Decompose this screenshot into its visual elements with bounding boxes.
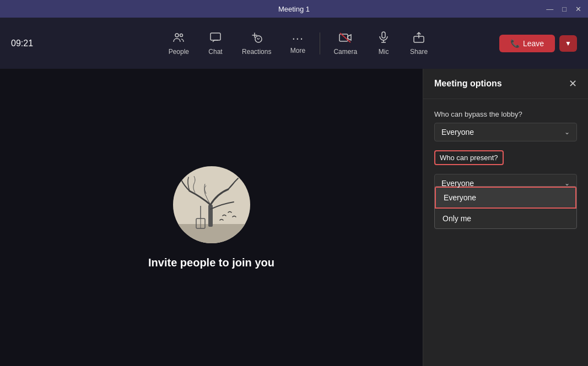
share-label: Share xyxy=(410,48,428,56)
lobby-value: Everyone xyxy=(441,128,474,136)
present-dropdown: Everyone Only me xyxy=(434,186,577,229)
share-icon xyxy=(412,31,425,46)
time-display: 09:21 xyxy=(11,39,33,48)
window-title: Meeting 1 xyxy=(278,5,310,13)
chat-icon xyxy=(209,31,222,46)
toolbar-divider xyxy=(320,32,320,54)
close-button[interactable]: ✕ xyxy=(575,5,581,13)
people-icon xyxy=(172,31,185,46)
present-question: Who can present? xyxy=(434,150,504,165)
options-title: Meeting options xyxy=(434,79,502,89)
svg-point-5 xyxy=(259,38,260,39)
leave-button[interactable]: 📞 Leave xyxy=(499,35,555,52)
reactions-icon xyxy=(250,31,263,46)
svg-rect-8 xyxy=(382,32,385,38)
more-label: More xyxy=(290,47,305,54)
dropdown-option-onlyme[interactable]: Only me xyxy=(435,209,576,228)
svg-rect-13 xyxy=(173,224,250,243)
mic-button[interactable]: Mic xyxy=(367,26,400,60)
camera-label: Camera xyxy=(333,48,357,56)
chat-label: Chat xyxy=(208,48,222,56)
toolbar-center-buttons: People Chat Reactions xyxy=(161,26,435,60)
main-area: Invite people to join you Meeting option… xyxy=(0,69,588,366)
svg-point-4 xyxy=(257,38,258,39)
chat-button[interactable]: Chat xyxy=(199,26,232,60)
leave-phone-icon: 📞 xyxy=(510,39,520,48)
toolbar: 09:21 People Chat xyxy=(0,18,588,69)
options-header: Meeting options ✕ xyxy=(423,69,588,99)
leave-chevron-icon: ▼ xyxy=(565,40,571,47)
options-body: Who can bypass the lobby? Everyone ⌄ Who… xyxy=(423,99,588,366)
mic-label: Mic xyxy=(379,48,389,56)
options-close-button[interactable]: ✕ xyxy=(569,78,577,90)
lobby-chevron-icon: ⌄ xyxy=(564,128,570,136)
svg-rect-2 xyxy=(211,33,220,40)
share-button[interactable]: Share xyxy=(402,26,435,60)
minimize-button[interactable]: — xyxy=(546,5,553,13)
reactions-button[interactable]: Reactions xyxy=(234,26,279,60)
lobby-select[interactable]: Everyone ⌄ xyxy=(434,123,577,141)
present-value: Everyone xyxy=(441,179,474,188)
svg-point-0 xyxy=(175,34,179,37)
user-avatar xyxy=(173,166,250,243)
reactions-label: Reactions xyxy=(242,48,271,56)
meeting-options-panel: Meeting options ✕ Who can bypass the lob… xyxy=(423,69,588,366)
camera-button[interactable]: Camera xyxy=(326,26,365,60)
toolbar-right: 📞 Leave ▼ xyxy=(499,35,577,52)
more-button[interactable]: ··· More xyxy=(281,28,314,59)
people-label: People xyxy=(169,48,189,56)
leave-dropdown-button[interactable]: ▼ xyxy=(559,35,577,52)
svg-point-1 xyxy=(180,34,183,37)
video-area: Invite people to join you xyxy=(0,69,423,366)
dropdown-option-everyone[interactable]: Everyone xyxy=(435,187,576,209)
people-button[interactable]: People xyxy=(161,26,197,60)
lobby-question: Who can bypass the lobby? xyxy=(434,110,577,118)
mic-icon xyxy=(377,31,390,46)
dropdown-everyone-label: Everyone xyxy=(444,193,476,202)
present-chevron-icon: ⌄ xyxy=(564,179,570,187)
window-controls: — □ ✕ xyxy=(546,5,581,13)
dropdown-onlyme-label: Only me xyxy=(443,214,471,223)
more-icon: ··· xyxy=(292,32,304,45)
camera-icon xyxy=(338,31,353,46)
maximize-button[interactable]: □ xyxy=(562,5,567,13)
leave-label: Leave xyxy=(523,39,544,48)
invite-text: Invite people to join you xyxy=(148,256,274,269)
svg-rect-6 xyxy=(339,34,348,41)
title-bar: Meeting 1 — □ ✕ xyxy=(0,0,588,18)
